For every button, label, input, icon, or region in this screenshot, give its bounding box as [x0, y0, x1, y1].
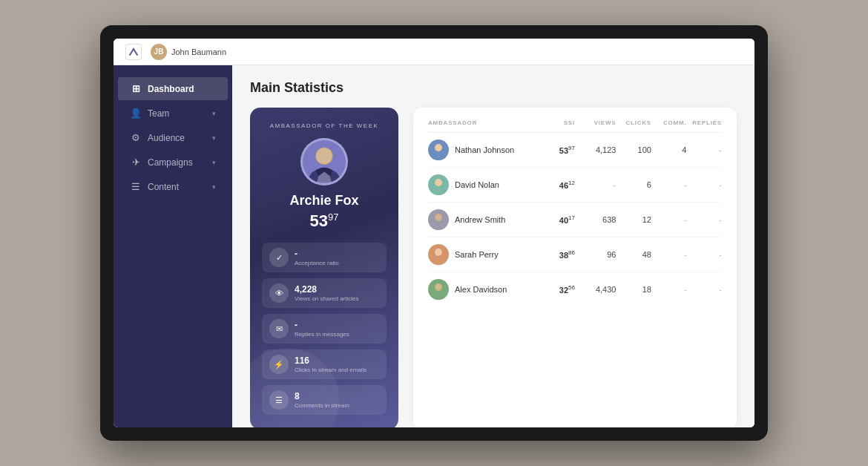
row-name: Sarah Perry	[455, 250, 499, 259]
comments-icon: ☰	[269, 390, 289, 410]
cell-comm: -	[651, 250, 687, 259]
acceptance-icon: ✓	[269, 248, 289, 267]
sidebar-item-dashboard[interactable]: ⊞ Dashboard	[118, 77, 228, 100]
svg-point-6	[435, 283, 442, 291]
cell-ambassador: David Nolan	[428, 174, 534, 195]
stat-rows: ✓ - Acceptance ratio 👁 4,228 V	[262, 243, 387, 415]
row-name: Alex Davidson	[455, 285, 507, 294]
cell-ambassador: Andrew Smith	[428, 209, 534, 230]
sidebar-item-content[interactable]: ☰ Content ▾	[118, 175, 228, 198]
topbar: JB John Baumann	[114, 39, 754, 65]
cell-ssi: 5397	[534, 145, 575, 155]
app-logo	[125, 44, 142, 60]
cell-ssi: 3886	[534, 249, 575, 260]
cell-ssi: 3256	[534, 284, 575, 295]
sidebar-label-team: Team	[148, 108, 169, 119]
user-name: John Baumann	[171, 47, 226, 56]
chevron-icon: ▾	[212, 159, 216, 166]
table-row: Sarah Perry 3886 96 48 - -	[428, 237, 722, 272]
row-name: Andrew Smith	[455, 215, 505, 224]
cell-clicks: 6	[616, 180, 651, 189]
chevron-icon: ▾	[212, 183, 216, 191]
avatar-img	[428, 279, 449, 300]
avatar-img	[428, 140, 449, 160]
th-views: Views	[575, 119, 616, 126]
svg-point-1	[316, 148, 332, 164]
page-title: Main Statistics	[250, 80, 737, 96]
th-replies: Replies	[686, 119, 722, 126]
content-grid: Ambassador of the Week	[250, 108, 737, 427]
team-icon: 👤	[130, 108, 142, 119]
th-comm: Comm.	[651, 119, 687, 126]
sidebar-item-audience[interactable]: ⚙ Audience ▾	[118, 126, 228, 149]
table-row: Nathan Johnson 5397 4,123 100 4 -	[428, 133, 722, 168]
laptop-frame: JB John Baumann ⊞ Dashboard 👤 Team ▾ ⚙	[100, 25, 768, 441]
svg-point-5	[435, 249, 442, 256]
cell-ambassador: Sarah Perry	[428, 244, 534, 265]
table-row: Alex Davidson 3256 4,430 18 - -	[428, 272, 722, 306]
cell-views: 4,430	[575, 285, 616, 294]
sidebar-item-campaigns[interactable]: ✈ Campaigns ▾	[118, 151, 228, 174]
replies-icon: ✉	[269, 319, 289, 338]
stat-replies: ✉ - Replies in messages	[262, 314, 387, 344]
views-icon: 👁	[269, 283, 289, 303]
cell-comm: -	[651, 215, 687, 224]
row-avatar	[428, 244, 449, 265]
app-body: ⊞ Dashboard 👤 Team ▾ ⚙ Audience ▾ ✈ Camp…	[114, 65, 754, 427]
table-row: Andrew Smith 4017 638 12 - -	[428, 203, 722, 237]
row-avatar	[428, 279, 449, 300]
avatar-img	[428, 244, 449, 265]
cell-replies: -	[686, 285, 722, 294]
ambassador-card: Ambassador of the Week	[250, 108, 398, 427]
user-avatar: JB	[151, 44, 167, 60]
stat-clicks: ⚡ 116 Clicks in stream and emails	[262, 350, 387, 379]
cell-clicks: 48	[616, 250, 651, 259]
cell-comm: 4	[651, 145, 687, 154]
stat-views: 👁 4,228 Views on shared articles	[262, 278, 387, 308]
cell-ssi: 4017	[534, 214, 575, 225]
svg-point-4	[435, 214, 442, 221]
content-icon: ☰	[130, 181, 142, 192]
row-avatar	[428, 209, 449, 230]
row-avatar	[428, 174, 449, 195]
cell-replies: -	[686, 215, 722, 224]
th-ambassador: Ambassador	[428, 119, 534, 126]
avatar-img	[428, 174, 449, 195]
ambassador-avatar	[300, 138, 348, 186]
screen: JB John Baumann ⊞ Dashboard 👤 Team ▾ ⚙	[114, 39, 754, 427]
table-row: David Nolan 4612 - 6 - -	[428, 168, 722, 203]
chevron-icon: ▾	[212, 134, 216, 142]
row-avatar	[428, 140, 449, 160]
row-name: David Nolan	[455, 180, 499, 189]
cell-replies: -	[686, 250, 722, 259]
cell-views: 4,123	[575, 145, 616, 154]
sidebar-label-campaigns: Campaigns	[148, 157, 193, 168]
topbar-user[interactable]: JB John Baumann	[151, 44, 226, 60]
svg-point-3	[435, 179, 442, 186]
cell-ssi: 4612	[534, 180, 575, 190]
cell-comm: -	[651, 285, 687, 294]
clicks-icon: ⚡	[269, 355, 289, 374]
card-label: Ambassador of the Week	[270, 122, 379, 129]
chevron-icon: ▾	[212, 110, 216, 117]
table-header: Ambassador SSI Views Clicks Comm. Replie…	[428, 119, 722, 133]
sidebar-label-content: Content	[148, 182, 179, 192]
svg-point-2	[435, 144, 442, 151]
cell-views: 96	[575, 250, 616, 259]
sidebar-label-audience: Audience	[148, 133, 185, 143]
cell-clicks: 18	[616, 285, 651, 294]
stat-acceptance: ✓ - Acceptance ratio	[262, 243, 387, 272]
ambassador-name: Archie Fox	[289, 193, 358, 209]
cell-ambassador: Nathan Johnson	[428, 140, 534, 160]
sidebar-item-team[interactable]: 👤 Team ▾	[118, 102, 228, 125]
row-name: Nathan Johnson	[455, 145, 514, 154]
cell-clicks: 100	[616, 145, 651, 154]
cell-comm: -	[651, 180, 687, 189]
table-panel: Ambassador SSI Views Clicks Comm. Replie…	[413, 108, 737, 427]
ambassador-photo	[303, 140, 346, 183]
cell-ambassador: Alex Davidson	[428, 279, 534, 300]
cell-replies: -	[686, 180, 722, 189]
cell-clicks: 12	[616, 215, 651, 224]
sidebar: ⊞ Dashboard 👤 Team ▾ ⚙ Audience ▾ ✈ Camp…	[114, 65, 232, 427]
ambassador-score: 5397	[310, 211, 339, 231]
